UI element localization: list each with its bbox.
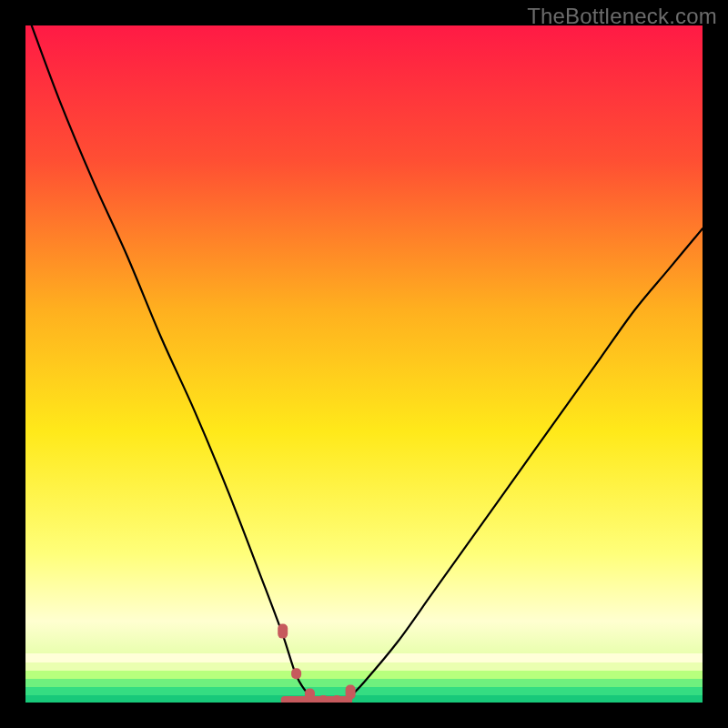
svg-rect-5 — [25, 695, 703, 703]
svg-rect-4 — [25, 687, 703, 695]
trough-marker — [278, 624, 288, 639]
trough-marker — [291, 668, 301, 679]
green-bands — [25, 653, 703, 703]
trough-bar — [281, 696, 352, 703]
svg-rect-2 — [25, 671, 703, 679]
outer-frame: TheBottleneck.com — [0, 0, 728, 728]
plot-area — [25, 25, 703, 703]
svg-rect-1 — [25, 662, 703, 671]
gradient-background — [25, 25, 703, 703]
svg-rect-0 — [25, 653, 703, 662]
chart-svg — [25, 25, 703, 703]
